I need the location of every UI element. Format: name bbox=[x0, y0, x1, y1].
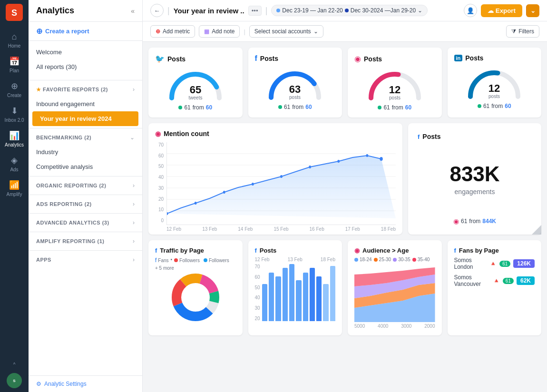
sidebar-link-all-reports[interactable]: All reports (30) bbox=[29, 59, 142, 74]
sidebar-link-industry[interactable]: Industry bbox=[29, 145, 142, 159]
sidebar-category-amplify[interactable]: AMPLIFY REPORTING (1) › bbox=[29, 234, 142, 248]
bars-container bbox=[262, 264, 335, 321]
bar-1 bbox=[262, 284, 267, 321]
sidebar-category-ads[interactable]: ADS REPORTING (2) › bbox=[29, 197, 142, 211]
sidebar-divider-7 bbox=[29, 250, 142, 251]
bar-10 bbox=[323, 284, 328, 321]
user-avatar[interactable]: S bbox=[7, 373, 22, 388]
svg-point-20 bbox=[280, 175, 283, 178]
inbox-icon: ⬇ bbox=[11, 106, 18, 116]
sidebar-footer[interactable]: ⚙ Analytic Settings bbox=[29, 375, 142, 392]
nav-amplify[interactable]: 📶 Amplify bbox=[0, 176, 29, 201]
social-accounts-button[interactable]: Select social accounts ⌄ bbox=[249, 25, 323, 38]
nav-plan[interactable]: 📅 Plan bbox=[0, 52, 29, 77]
svg-text:posts: posts bbox=[389, 95, 400, 100]
year-review-label: Your year in review 2024 bbox=[40, 115, 112, 122]
posts-bar-container: 70 60 50 40 30 20 bbox=[255, 264, 336, 321]
date-label-2: Dec 30-2024 —Jan 29-20 bbox=[351, 7, 416, 14]
bar-4 bbox=[283, 268, 288, 321]
sidebar-category-advanced[interactable]: ADVANCED ANALYTICS (3) › bbox=[29, 216, 142, 230]
svg-text:posts: posts bbox=[289, 95, 301, 100]
export-label: Export bbox=[496, 7, 516, 14]
traffic-donut-container bbox=[155, 274, 236, 321]
create-report-icon: ⊕ bbox=[36, 27, 42, 36]
sidebar-category-favorites[interactable]: ★ FAVORITE REPORTS (2) › bbox=[29, 82, 142, 97]
nav-home[interactable]: ⌂ Home bbox=[0, 28, 29, 52]
create-report-label: Create a report bbox=[45, 28, 89, 35]
mention-title-text: Mention count bbox=[164, 130, 209, 137]
avatar-text: S bbox=[13, 379, 15, 383]
amplify-reporting-arrow: › bbox=[133, 238, 135, 245]
instagram-posts-card: ◉ Posts 12 posts 61 from 60 bbox=[348, 48, 442, 118]
ads-icon: ◈ bbox=[11, 155, 18, 166]
facebook-posts-card: f Posts 63 posts 61 from 60 bbox=[248, 48, 342, 118]
sidebar-divider-5 bbox=[29, 213, 142, 214]
more-options-button[interactable]: ••• bbox=[248, 6, 262, 16]
nav-home-label: Home bbox=[8, 43, 21, 49]
back-button[interactable]: ← bbox=[150, 4, 164, 17]
actionbar: ⊕ Add metric ▦ Add note | Select social … bbox=[143, 21, 547, 42]
audience-y-labels: 5000 4000 3000 2000 bbox=[354, 323, 435, 329]
nav-analytics[interactable]: 📊 Analytics bbox=[0, 127, 29, 151]
bar-2 bbox=[269, 273, 274, 321]
x-axis: 12 Feb 13 Feb 14 Feb 15 Feb 16 Feb 17 Fe… bbox=[155, 226, 396, 232]
sidebar-category-benchmarking[interactable]: BENCHMARKING (2) ⌄ bbox=[29, 130, 142, 145]
fb-card-header: f Posts bbox=[418, 133, 440, 140]
posts-bar-title: f Posts bbox=[255, 247, 336, 254]
svg-text:tweets: tweets bbox=[188, 95, 202, 100]
fb-engagements-card: f Posts 833K engagements ◉ 61 from 844K bbox=[408, 123, 541, 235]
followers-dot-2 bbox=[204, 258, 207, 262]
nav-inbox[interactable]: ⬇ Inbox 2.0 bbox=[0, 102, 29, 127]
sidebar-collapse-btn[interactable]: « bbox=[131, 7, 135, 15]
svg-text:posts: posts bbox=[488, 94, 500, 99]
nav-create-label: Create bbox=[7, 93, 21, 98]
facebook-gauge: 63 posts bbox=[266, 67, 323, 100]
fans-vancouver-icon: 🔺 bbox=[493, 277, 500, 284]
linkedin-card-title: Posts bbox=[465, 54, 483, 62]
bar-6 bbox=[296, 280, 301, 321]
fans-london-badge: 61 bbox=[499, 261, 510, 267]
twitter-green-dot bbox=[178, 106, 182, 109]
nav-ads[interactable]: ◈ Ads bbox=[0, 151, 29, 176]
date-dot-1 bbox=[276, 9, 280, 12]
svg-point-21 bbox=[309, 166, 311, 168]
dot-30-35 bbox=[393, 258, 397, 262]
sidebar-link-welcome[interactable]: Welcome bbox=[29, 45, 142, 59]
fans-vancouver-badge: 61 bbox=[503, 278, 514, 284]
actionbar-separator: | bbox=[244, 28, 245, 35]
sidebar-link-competitive[interactable]: Competitive analysis bbox=[29, 159, 142, 174]
nav-inbox-label: Inbox 2.0 bbox=[4, 118, 24, 123]
export-dropdown-button[interactable]: ⌄ bbox=[526, 4, 539, 17]
traffic-donut-chart bbox=[172, 274, 219, 321]
posts-bar-x-labels: 12 Feb 13 Feb 18 Feb bbox=[255, 257, 336, 262]
add-metric-button[interactable]: ⊕ Add metric bbox=[150, 25, 195, 38]
svg-point-19 bbox=[252, 183, 254, 186]
instagram-card-footer: 61 from 60 bbox=[378, 104, 411, 111]
person-button[interactable]: 👤 bbox=[464, 4, 477, 17]
sidebar-category-organic[interactable]: ORGANIC REPORTING (2) › bbox=[29, 178, 142, 193]
topbar: ← | Your year in review .. ••• | Dec 23-… bbox=[143, 0, 547, 21]
fans-vancouver-count: 62K bbox=[517, 276, 535, 285]
audience-title: ◉ Audience > Age bbox=[354, 247, 435, 254]
audience-ig-icon: ◉ bbox=[354, 247, 360, 254]
linkedin-icon: in bbox=[454, 55, 463, 61]
sidebar-title: Analytics bbox=[36, 6, 74, 16]
instagram-card-title: Posts bbox=[364, 55, 382, 63]
twitter-gauge: 65 tweets bbox=[167, 67, 224, 100]
traffic-fb-icon: f bbox=[155, 247, 157, 254]
sidebar-link-inbound[interactable]: Inbound engagement bbox=[29, 97, 142, 111]
sidebar-category-apps[interactable]: APPS › bbox=[29, 253, 142, 267]
create-report-btn[interactable]: ⊕ Create a report bbox=[29, 22, 142, 41]
export-button[interactable]: ☁ Export bbox=[481, 4, 522, 17]
filters-button[interactable]: ⧩ Filters bbox=[506, 25, 539, 38]
traffic-card-title: f Traffic by Page bbox=[155, 247, 236, 254]
back-icon: ← bbox=[154, 7, 160, 14]
sidebar-divider-4 bbox=[29, 195, 142, 195]
add-note-button[interactable]: ▦ Add note bbox=[199, 25, 240, 38]
nav-analytics-label: Analytics bbox=[5, 142, 24, 147]
sidebar-link-year-review[interactable]: Your year in review 2024 ★ bbox=[32, 111, 138, 126]
nav-collapse[interactable]: ^ bbox=[7, 358, 22, 371]
nav-create[interactable]: ⊕ Create bbox=[0, 77, 29, 102]
date-range-picker[interactable]: Dec 23-19 — Jan 22-20 Dec 30-2024 —Jan 2… bbox=[271, 5, 428, 16]
favorites-arrow: › bbox=[133, 86, 135, 93]
